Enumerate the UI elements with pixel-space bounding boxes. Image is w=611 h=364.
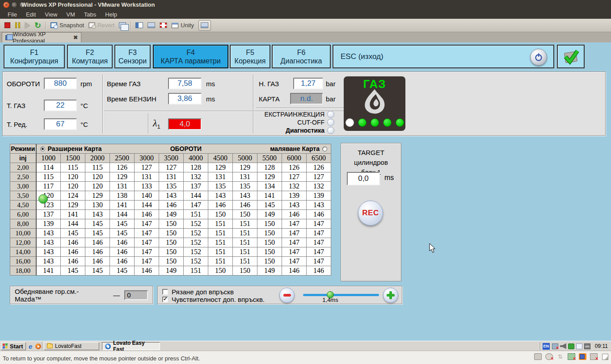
map-cell[interactable]: 141 bbox=[110, 201, 135, 210]
map-cell[interactable]: 145 bbox=[110, 219, 135, 229]
map-cell[interactable]: 139 bbox=[36, 219, 61, 229]
map-cell[interactable]: 143 bbox=[233, 191, 257, 201]
map-cell[interactable]: 151 bbox=[208, 247, 233, 257]
menu-file[interactable]: File bbox=[4, 11, 21, 18]
map-cell[interactable]: 135 bbox=[159, 182, 184, 191]
map-cell[interactable]: 115 bbox=[36, 172, 61, 182]
map-cell[interactable]: 152 bbox=[184, 229, 208, 238]
map-cell[interactable]: 143 bbox=[36, 257, 61, 266]
map-cell[interactable]: 129 bbox=[110, 172, 135, 182]
tab-f5[interactable]: F5Корекция bbox=[230, 45, 270, 68]
map-cell[interactable]: 147 bbox=[307, 238, 331, 247]
lean-mixture-value[interactable]: 0 bbox=[124, 290, 148, 300]
network-error-icon[interactable] bbox=[552, 343, 558, 349]
map-cell[interactable]: 132 bbox=[184, 172, 208, 182]
map-cell[interactable]: 129 bbox=[61, 201, 85, 210]
map-cell[interactable]: 151 bbox=[208, 238, 233, 247]
cdrom-icon[interactable] bbox=[545, 353, 553, 360]
map-cell[interactable]: 120 bbox=[61, 182, 85, 191]
map-cell[interactable]: 146 bbox=[85, 247, 110, 257]
map-cell[interactable]: 150 bbox=[233, 210, 257, 219]
transfer-icon[interactable]: ⇅ bbox=[556, 353, 564, 360]
gas-status-display[interactable]: ГАЗ bbox=[344, 76, 405, 131]
increase-button[interactable] bbox=[383, 288, 398, 303]
map-cell[interactable]: 145 bbox=[85, 229, 110, 238]
map-cell[interactable]: 126 bbox=[307, 163, 331, 172]
map-cell[interactable]: 135 bbox=[208, 182, 233, 191]
map-cell[interactable]: 132 bbox=[282, 182, 307, 191]
map-cell[interactable]: 147 bbox=[307, 257, 331, 266]
window-close-button[interactable]: ✕ bbox=[3, 2, 9, 8]
map-cell[interactable]: 126 bbox=[110, 163, 135, 172]
map-cell[interactable]: 120 bbox=[85, 172, 110, 182]
sensitivity-checkbox[interactable] bbox=[162, 297, 168, 302]
map-cell[interactable]: 147 bbox=[135, 257, 159, 266]
map-cell[interactable]: 146 bbox=[135, 210, 159, 219]
map-cell[interactable]: 146 bbox=[61, 238, 85, 247]
tab-f6[interactable]: F6Диагностика bbox=[272, 45, 331, 68]
map-cell[interactable]: 129 bbox=[233, 163, 257, 172]
map-cell[interactable]: 128 bbox=[184, 163, 208, 172]
map-cell[interactable]: 150 bbox=[159, 238, 184, 247]
map-cell[interactable]: 143 bbox=[36, 229, 61, 238]
map-cell[interactable]: 131 bbox=[135, 172, 159, 182]
map-cell[interactable]: 129 bbox=[257, 172, 282, 182]
map-cell[interactable]: 150 bbox=[159, 247, 184, 257]
snapshot-manager-icon[interactable] bbox=[119, 22, 126, 28]
map-cell[interactable]: 147 bbox=[184, 201, 208, 210]
tab-f4[interactable]: F4КАРТА параметри bbox=[153, 45, 228, 68]
map-cell[interactable]: 141 bbox=[61, 210, 85, 219]
tab-f1[interactable]: F1Конфигурация bbox=[4, 45, 65, 68]
power-on-icon[interactable] bbox=[25, 22, 30, 29]
taskbar-task-2[interactable]: Lovato Easy Fast bbox=[102, 342, 160, 350]
menu-edit[interactable]: Edit bbox=[22, 11, 40, 18]
media-player-icon[interactable] bbox=[35, 343, 41, 349]
floppy-icon[interactable] bbox=[579, 353, 586, 360]
map-cell[interactable]: 124 bbox=[61, 191, 85, 201]
map-cell[interactable]: 145 bbox=[85, 219, 110, 229]
map-cell[interactable]: 144 bbox=[61, 219, 85, 229]
map-cell[interactable]: 115 bbox=[85, 163, 110, 172]
map-cell[interactable]: 152 bbox=[184, 219, 208, 229]
map-cell[interactable]: 146 bbox=[61, 257, 85, 266]
map-cell[interactable]: 147 bbox=[135, 229, 159, 238]
tab-f2[interactable]: F2Комутация bbox=[67, 45, 113, 68]
console-view-icon[interactable] bbox=[147, 22, 155, 28]
map-cell[interactable]: 143 bbox=[307, 201, 331, 210]
map-cell[interactable]: 120 bbox=[85, 182, 110, 191]
map-cell[interactable]: 151 bbox=[233, 238, 257, 247]
map-cell[interactable]: 150 bbox=[257, 229, 282, 238]
resize-grip-icon[interactable] bbox=[602, 354, 608, 360]
map-cell[interactable]: 147 bbox=[135, 238, 159, 247]
map-cell[interactable]: 134 bbox=[257, 182, 282, 191]
map-cell[interactable]: 145 bbox=[61, 229, 85, 238]
map-cell[interactable]: 150 bbox=[208, 210, 233, 219]
map-cell[interactable]: 143 bbox=[36, 247, 61, 257]
harddisk-icon[interactable] bbox=[534, 353, 542, 360]
tab-close-icon[interactable]: ✖ bbox=[73, 34, 78, 41]
map-cell[interactable]: 146 bbox=[110, 247, 135, 257]
map-cell[interactable]: 144 bbox=[135, 201, 159, 210]
ie-icon[interactable]: e bbox=[29, 343, 32, 350]
safely-remove-icon[interactable] bbox=[568, 343, 574, 349]
map-cell[interactable]: 147 bbox=[282, 247, 307, 257]
map-cell[interactable]: 143 bbox=[208, 191, 233, 201]
map-cell[interactable]: 147 bbox=[307, 247, 331, 257]
map-cell[interactable]: 138 bbox=[110, 191, 135, 201]
map-cell[interactable]: 147 bbox=[282, 219, 307, 229]
map-cell[interactable]: 150 bbox=[159, 219, 184, 229]
map-cell[interactable]: 146 bbox=[282, 266, 307, 276]
map-cell[interactable]: 152 bbox=[184, 257, 208, 266]
map-cell[interactable]: 146 bbox=[85, 257, 110, 266]
map-cell[interactable]: 139 bbox=[282, 191, 307, 201]
map-cell[interactable]: 146 bbox=[208, 201, 233, 210]
map-cell[interactable]: 147 bbox=[307, 229, 331, 238]
map-cell[interactable]: 151 bbox=[184, 210, 208, 219]
map-cell[interactable]: 149 bbox=[257, 266, 282, 276]
suspend-icon[interactable] bbox=[15, 22, 21, 28]
usb-device-icon[interactable] bbox=[590, 353, 598, 360]
console-toggle-button[interactable] bbox=[198, 20, 211, 31]
map-cell[interactable]: 143 bbox=[85, 210, 110, 219]
map-cell[interactable]: 151 bbox=[184, 266, 208, 276]
map-cell[interactable]: 144 bbox=[110, 210, 135, 219]
